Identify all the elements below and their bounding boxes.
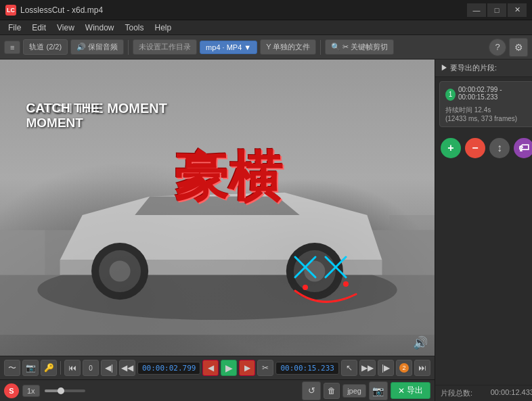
volume-icon: 🔊 <box>413 335 428 350</box>
workdir-button[interactable]: 未设置工作目录 <box>133 39 197 55</box>
segment-number: 1 <box>445 89 456 101</box>
total-label: 片段总数: <box>441 388 472 398</box>
sep-1 <box>128 40 129 55</box>
minimize-button[interactable]: — <box>467 3 486 17</box>
close-button[interactable]: ✕ <box>508 3 527 17</box>
keep-audio-label: 保留音频 <box>88 42 118 52</box>
prev-segment-button[interactable]: ⏮ <box>64 360 81 376</box>
next-segment-button[interactable]: ⏭ <box>414 360 430 376</box>
svg-rect-10 <box>0 230 45 275</box>
delete-button[interactable]: 🗑 <box>324 383 340 399</box>
panel-header: ▶ 要导出的片段: <box>435 60 532 77</box>
sep-2 <box>320 40 321 55</box>
logo-badge: S <box>4 383 19 398</box>
panel-actions: + − ↕ 🏷 <box>435 133 532 164</box>
speed-button[interactable]: 1x <box>22 385 40 397</box>
segment-duration-detail: (12433 ms, 373 frames) <box>445 115 529 122</box>
badge-2: 2 <box>399 363 409 373</box>
search-icon: 🔍 <box>331 43 340 51</box>
window-controls: — □ ✕ <box>467 3 527 17</box>
next-short-button[interactable]: ▶▶ <box>359 360 376 376</box>
cursor-button[interactable]: ↖ <box>341 360 357 376</box>
menu-view[interactable]: View <box>51 22 80 34</box>
volume-thumb[interactable] <box>58 387 64 394</box>
video-container[interactable]: CATCH THE MOMENT CATCH THEMOMENT 豪横 <box>0 60 435 356</box>
menu-help[interactable]: Help <box>150 22 177 34</box>
frame-zero-button[interactable]: 0 <box>83 360 99 376</box>
export-label: 导出 <box>407 385 423 396</box>
remove-segment-button[interactable]: − <box>465 138 485 158</box>
catch-text: CATCH THEMOMENT <box>26 101 99 131</box>
add-segment-button[interactable]: + <box>441 138 461 158</box>
svg-rect-9 <box>390 215 435 275</box>
total-time: 00:00:12.433 <box>491 388 532 398</box>
svg-point-15 <box>303 285 308 290</box>
track-info[interactable]: 轨道 (2/2) <box>23 39 68 55</box>
menu-edit[interactable]: Edit <box>26 22 51 34</box>
menu-window[interactable]: Window <box>80 22 120 34</box>
menu-tools[interactable]: Tools <box>120 22 150 34</box>
next-frame-button[interactable]: |▶ <box>378 360 394 376</box>
reorder-button[interactable]: ↕ <box>489 138 510 158</box>
tag-button[interactable]: 🏷 <box>514 138 532 158</box>
bottom-controls: S 1x ↺ 🗑 jpeg 📷 ✕ 导出 <box>0 379 435 401</box>
time-end-display: 00:00:15.233 <box>275 362 338 375</box>
format-arrow: ▼ <box>244 43 251 51</box>
menu-file[interactable]: File <box>3 22 26 34</box>
sep-ctrl <box>60 361 61 375</box>
right-panel: ▶ 要导出的片段: 1 00:00:02.799 - 00:00:15.233 … <box>435 60 532 401</box>
chinese-text-overlay: 豪横 <box>174 141 282 214</box>
hamburger-menu[interactable]: ≡ <box>4 41 20 54</box>
volume-slider[interactable] <box>45 390 85 392</box>
format-button[interactable]: mp4 · MP4 ▼ <box>200 41 257 54</box>
format-label: mp4 · MP4 <box>206 43 242 51</box>
title-bar: LC LosslessCut - x6d.mp4 — □ ✕ <box>0 0 532 20</box>
prev-short-button[interactable]: ◀◀ <box>119 360 135 376</box>
key-button[interactable]: 🔑 <box>41 360 57 376</box>
split-button[interactable]: ✂ <box>257 360 273 376</box>
prev-frame-button[interactable]: ◀| <box>101 360 117 376</box>
controls-bar: 〜 📷 🔑 ⏮ 0 ◀| ◀◀ 00:00:02.799 ◀ ▶ ▶ ✂ 00:… <box>0 356 435 379</box>
segment-header-row: 1 00:00:02.799 - 00:00:15.233 <box>445 86 529 103</box>
svg-point-16 <box>343 281 349 287</box>
single-file-button[interactable]: Y 单独的文件 <box>260 39 316 55</box>
rotate-button[interactable]: ↺ <box>302 381 321 400</box>
segment-duration: 持续时间 12.4s <box>445 105 529 115</box>
jpeg-button[interactable]: jpeg <box>342 384 366 398</box>
audio-icon: 🔊 <box>76 43 86 51</box>
svg-point-5 <box>110 261 131 282</box>
time-start-display: 00:00:02.799 <box>137 362 200 375</box>
panel-spacer <box>435 164 532 385</box>
help-button[interactable]: ? <box>489 39 506 56</box>
graffiti-overlay <box>282 250 370 311</box>
video-area: CATCH THE MOMENT CATCH THEMOMENT 豪横 <box>0 60 435 401</box>
mark-out-button[interactable]: ▶ <box>239 360 255 376</box>
window-title: LosslessCut - x6d.mp4 <box>20 5 467 15</box>
snapshot-button[interactable]: 📷 <box>22 360 39 376</box>
mark-in-button[interactable]: ◀ <box>202 360 219 376</box>
toolbar: ≡ 轨道 (2/2) 🔊 保留音频 未设置工作目录 mp4 · MP4 ▼ Y … <box>0 35 532 60</box>
segment-item: 1 00:00:02.799 - 00:00:15.233 持续时间 12.4s… <box>439 81 532 127</box>
main-area: CATCH THE MOMENT CATCH THEMOMENT 豪横 <box>0 60 532 401</box>
waveform-button[interactable]: 〜 <box>4 360 20 376</box>
app-icon: LC <box>5 5 16 16</box>
track-label: 轨道 (2/2) <box>29 42 62 52</box>
play-button[interactable]: ▶ <box>221 360 237 376</box>
camera-button[interactable]: 📷 <box>369 381 388 400</box>
settings-button[interactable]: ⚙ <box>509 38 528 57</box>
maximize-button[interactable]: □ <box>487 3 506 17</box>
menu-bar: File Edit View Window Tools Help <box>0 20 532 35</box>
export-icon: ✕ <box>398 386 405 396</box>
cut-mode-button[interactable]: 🔍 ✂ 关键帧剪切 <box>325 39 394 55</box>
segment-time-range: 00:00:02.799 - 00:00:15.233 <box>458 86 529 101</box>
cut-mode-label: ✂ 关键帧剪切 <box>342 42 388 52</box>
export-button[interactable]: ✕ 导出 <box>391 382 430 399</box>
panel-total: 片段总数: 00:00:12.433 <box>435 385 532 401</box>
video-frame: CATCH THE MOMENT CATCH THEMOMENT 豪横 <box>0 60 435 356</box>
audio-toggle[interactable]: 🔊 保留音频 <box>70 39 124 55</box>
segment-2-button[interactable]: 2 <box>396 360 412 376</box>
